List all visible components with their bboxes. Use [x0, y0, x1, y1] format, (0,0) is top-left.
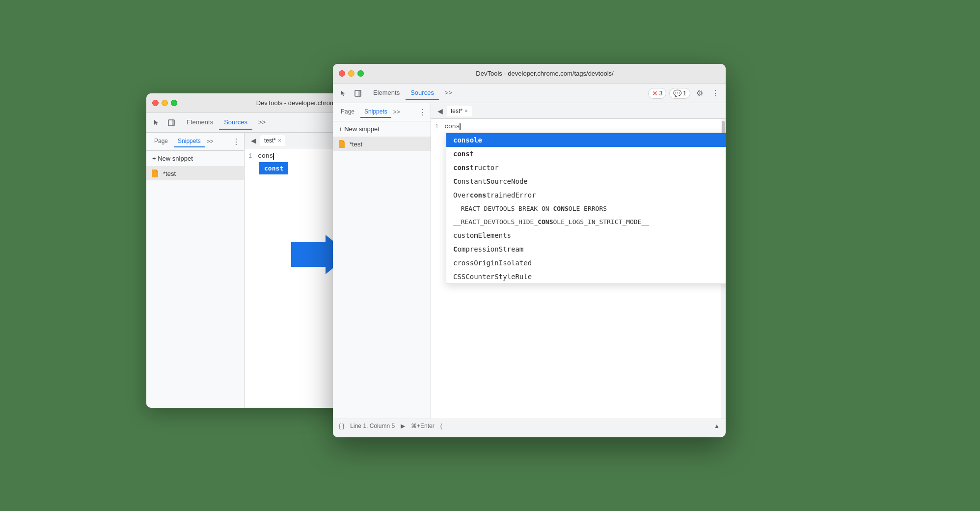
svg-rect-4: [358, 90, 361, 96]
title-bar-fg: DevTools - developer.chrome.com/tags/dev…: [333, 64, 726, 84]
toolbar-right-fg: ✕ 3 💬 1 ⚙ ⋮: [648, 87, 722, 100]
cursor-fg: [460, 123, 461, 130]
dock-icon-fg[interactable]: [352, 87, 364, 100]
traffic-lights-bg: [152, 100, 177, 106]
panel-tabs-bg: Page Snippets >> ⋮: [146, 133, 244, 151]
editor-tab-item-fg[interactable]: test* ×: [447, 106, 472, 116]
close-button-bg[interactable]: [152, 100, 159, 106]
new-snippet-btn-fg[interactable]: + New snippet: [333, 121, 431, 137]
chat-icon-fg: 💬: [673, 89, 681, 97]
elements-tab-fg[interactable]: Elements: [368, 86, 405, 100]
code-line-1-fg: 1 cons: [435, 123, 722, 130]
page-tab-fg[interactable]: Page: [337, 106, 358, 118]
ac-item-constant-source-node[interactable]: ConstantSourceNode: [446, 174, 726, 188]
tab-nav-fg: Elements Sources >>: [368, 86, 457, 100]
minimize-button-bg[interactable]: [162, 100, 168, 106]
tab-name-fg: test*: [451, 108, 463, 114]
line-num-fg: 1: [435, 123, 438, 130]
format-icon-fg[interactable]: { }: [339, 423, 344, 429]
minimize-button-fg[interactable]: [348, 70, 354, 77]
run-icon-fg[interactable]: ▶: [401, 423, 405, 429]
gear-icon-fg[interactable]: ⚙: [693, 87, 706, 100]
dock-icon-bg[interactable]: [165, 116, 178, 129]
toolbar-fg: Elements Sources >> ✕ 3 💬 1 ⚙ ⋮: [333, 84, 726, 103]
shortcut-fg: ⌘+Enter: [411, 423, 435, 429]
snippet-item-bg[interactable]: *test: [146, 167, 244, 180]
snippets-tab-bg[interactable]: Snippets: [174, 136, 205, 147]
back-button-fg[interactable]: ◀: [435, 106, 445, 116]
ac-item-cross-origin-isolated[interactable]: crossOriginIsolated: [446, 256, 726, 270]
scroll-up-fg[interactable]: ▲: [714, 423, 720, 429]
content-area-fg: Page Snippets >> ⋮ + New snippet *test: [333, 103, 726, 419]
panel-dots-bg[interactable]: ⋮: [232, 137, 240, 146]
ac-item-compression-stream[interactable]: CompressionStream: [446, 242, 726, 256]
back-button-bg[interactable]: ◀: [248, 136, 258, 145]
ac-item-react-devtools-break[interactable]: __REACT_DEVTOOLS_BREAK_ON_CONSOLE_ERRORS…: [446, 202, 726, 215]
more-icon-fg[interactable]: ⋮: [709, 87, 722, 100]
left-panel-bg: Page Snippets >> ⋮ + New snippet *test: [146, 133, 245, 408]
sources-tab-fg[interactable]: Sources: [406, 86, 439, 100]
error-icon-fg: ✕: [652, 89, 658, 97]
snippets-tab-fg[interactable]: Snippets: [360, 106, 391, 118]
chat-count-fg: 1: [683, 90, 686, 97]
panel-dots-fg[interactable]: ⋮: [419, 108, 427, 117]
tab-nav-bg: Elements Sources >>: [182, 115, 271, 130]
panel-more-fg[interactable]: >>: [393, 109, 400, 115]
more-tabs-bg[interactable]: >>: [253, 115, 271, 130]
cursor-icon-bg[interactable]: [150, 116, 163, 129]
code-text-bg: cons: [258, 152, 273, 160]
ac-item-console[interactable]: console: [446, 133, 726, 147]
page-tab-bg[interactable]: Page: [150, 136, 172, 147]
editor-area-fg: ◀ test* × 1 cons console: [431, 103, 726, 419]
ac-bold-const: cons: [453, 150, 470, 158]
ac-rest-ole: ole: [470, 136, 482, 144]
traffic-lights-fg: [339, 70, 364, 77]
devtools-window-foreground: DevTools - developer.chrome.com/tags/dev…: [333, 64, 726, 437]
sources-tab-bg[interactable]: Sources: [219, 115, 252, 130]
ac-item-const[interactable]: const: [446, 147, 726, 161]
chat-badge-fg[interactable]: 💬 1: [669, 88, 690, 99]
paren-fg: (: [440, 423, 442, 429]
ac-item-css-counter-style-rule[interactable]: CSSCounterStyleRule: [446, 270, 726, 284]
line-num-bg: 1: [248, 153, 252, 160]
autocomplete-const-bg: const: [259, 162, 288, 174]
file-icon-bg: [152, 170, 159, 177]
window-title-fg: DevTools - developer.chrome.com/tags/dev…: [370, 70, 720, 77]
cursor-icon-fg[interactable]: [337, 87, 350, 100]
ac-bold-cons: cons: [453, 136, 470, 144]
editor-tabs-fg: ◀ test* ×: [431, 103, 726, 119]
close-button-fg[interactable]: [339, 70, 345, 77]
snippet-name-bg: *test: [163, 170, 176, 177]
ac-bold-constructor: cons: [453, 164, 470, 171]
tab-name-bg: test*: [264, 137, 276, 144]
panel-more-bg[interactable]: >>: [207, 138, 214, 145]
snippet-name-fg: *test: [350, 141, 362, 148]
elements-tab-bg[interactable]: Elements: [182, 115, 218, 130]
ac-item-constructor[interactable]: constructor: [446, 161, 726, 174]
tab-close-fg[interactable]: ×: [464, 108, 468, 114]
maximize-button-bg[interactable]: [171, 100, 177, 106]
panel-tabs-fg: Page Snippets >> ⋮: [333, 103, 431, 121]
code-text-fg: cons: [444, 123, 460, 130]
ac-rest-t: t: [470, 150, 474, 158]
position-fg: Line 1, Column 5: [350, 423, 395, 429]
snippet-item-fg[interactable]: *test: [333, 137, 431, 151]
left-panel-fg: Page Snippets >> ⋮ + New snippet *test: [333, 103, 431, 419]
cursor-bg: [273, 153, 274, 160]
tab-close-bg[interactable]: ×: [278, 137, 281, 144]
svg-rect-1: [172, 120, 174, 126]
maximize-button-fg[interactable]: [357, 70, 364, 77]
error-badge-fg[interactable]: ✕ 3: [648, 88, 667, 99]
editor-content-fg[interactable]: 1 cons console const: [431, 119, 726, 419]
editor-tab-item-bg[interactable]: test* ×: [260, 135, 285, 146]
new-snippet-btn-bg[interactable]: + New snippet: [146, 151, 244, 167]
file-icon-fg: [339, 140, 346, 148]
ac-item-overconstrained-error[interactable]: OverconstrainedError: [446, 188, 726, 202]
ac-item-react-devtools-hide[interactable]: __REACT_DEVTOOLS_HIDE_CONSOLE_LOGS_IN_ST…: [446, 215, 726, 228]
autocomplete-dropdown-fg[interactable]: console const constructor ConstantSour: [446, 133, 726, 284]
error-count-fg: 3: [659, 90, 663, 97]
more-tabs-fg[interactable]: >>: [440, 86, 457, 100]
status-bar-fg: { } Line 1, Column 5 ▶ ⌘+Enter ( ▲: [333, 419, 726, 432]
ac-item-custom-elements[interactable]: customElements: [446, 228, 726, 242]
